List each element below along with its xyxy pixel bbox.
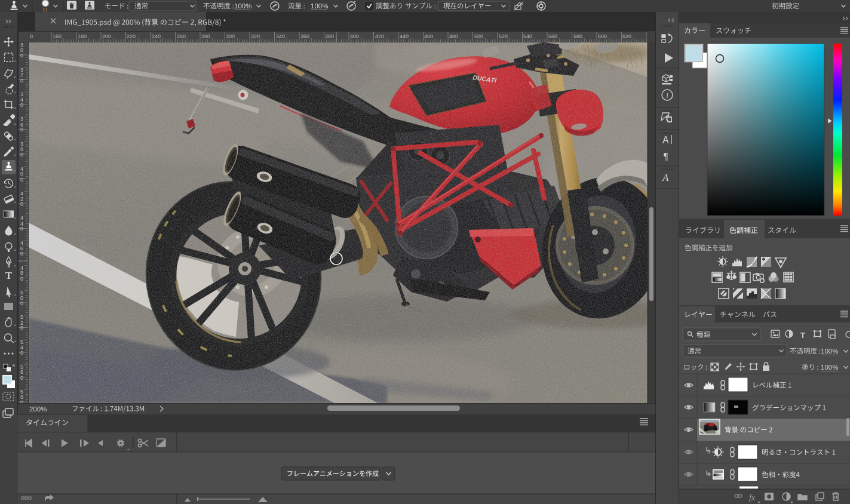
- svg-text:500: 500: [474, 33, 483, 39]
- svg-text:A: A: [662, 135, 669, 145]
- svg-text:T: T: [5, 270, 13, 281]
- svg-text:0: 0: [20, 53, 23, 59]
- svg-text:300: 300: [226, 33, 235, 39]
- svg-text:220: 220: [127, 33, 136, 39]
- svg-text:380: 380: [325, 33, 334, 39]
- svg-text:560: 560: [548, 33, 557, 39]
- svg-text:5: 5: [20, 314, 23, 320]
- svg-text:3: 3: [20, 116, 23, 122]
- svg-text:400: 400: [350, 33, 359, 39]
- svg-text:0: 0: [20, 171, 23, 177]
- svg-text:8: 8: [20, 270, 23, 276]
- svg-text:320: 320: [251, 33, 260, 39]
- svg-text:240: 240: [152, 33, 161, 39]
- svg-text:2: 2: [20, 72, 23, 78]
- svg-text:180: 180: [78, 33, 87, 39]
- svg-text:0: 0: [20, 201, 23, 207]
- svg-text:580: 580: [573, 33, 582, 39]
- svg-text:100%: 100%: [234, 2, 251, 10]
- svg-text:0: 0: [20, 226, 23, 232]
- svg-text:160: 160: [53, 33, 62, 39]
- svg-text:0: 0: [20, 276, 23, 282]
- svg-text:440: 440: [400, 33, 409, 39]
- svg-text:200: 200: [102, 33, 111, 39]
- svg-text:0: 0: [20, 350, 23, 356]
- svg-text:460: 460: [424, 33, 433, 39]
- svg-text:280: 280: [201, 33, 210, 39]
- svg-text:0: 0: [20, 251, 23, 257]
- svg-text:0: 0: [20, 177, 23, 183]
- svg-text:0: 0: [20, 102, 23, 108]
- svg-text:4: 4: [20, 215, 23, 221]
- svg-text:0: 0: [20, 78, 23, 84]
- svg-text:i: i: [666, 91, 668, 100]
- svg-text:0: 0: [30, 33, 33, 39]
- svg-text:260: 260: [177, 33, 186, 39]
- svg-text:100%: 100%: [311, 2, 328, 10]
- svg-text:620: 620: [622, 33, 631, 39]
- svg-text:0: 0: [20, 325, 23, 331]
- svg-text:600: 600: [598, 33, 607, 39]
- svg-text:6: 6: [20, 369, 23, 375]
- svg-text:360: 360: [300, 33, 309, 39]
- svg-text:480: 480: [449, 33, 458, 39]
- svg-text:A: A: [662, 172, 669, 183]
- svg-text:0: 0: [20, 375, 23, 381]
- svg-text:0: 0: [20, 300, 23, 306]
- svg-text:T: T: [800, 331, 805, 340]
- svg-text:520: 520: [499, 33, 508, 39]
- svg-text:420: 420: [375, 33, 384, 39]
- svg-text:¶: ¶: [664, 151, 668, 161]
- svg-text:100%: 100%: [821, 348, 838, 355]
- svg-text:540: 540: [523, 33, 532, 39]
- svg-text:100%: 100%: [821, 364, 838, 371]
- svg-text:200%: 200%: [29, 405, 47, 413]
- svg-text:11: 11: [43, 7, 48, 13]
- svg-text:0: 0: [20, 152, 23, 158]
- svg-text:0: 0: [20, 127, 23, 133]
- svg-text:fx: fx: [749, 493, 756, 502]
- svg-text:340: 340: [276, 33, 285, 39]
